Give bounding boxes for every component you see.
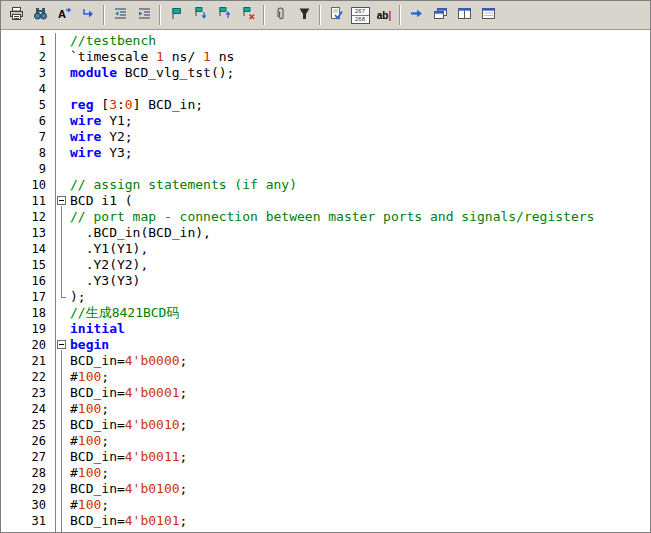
syntax-check-button[interactable]	[324, 4, 348, 27]
code-text[interactable]: BCD_in=4'b0011;	[70, 449, 187, 465]
fold-column	[56, 161, 70, 177]
previous-bookmark-button[interactable]	[212, 4, 236, 27]
code-text[interactable]: //生成8421BCD码	[70, 305, 179, 321]
window-new-button[interactable]	[476, 4, 500, 27]
window-cascade-button[interactable]	[428, 4, 452, 27]
code-line[interactable]: 20begin	[1, 337, 650, 353]
code-text[interactable]: // assign statements (if any)	[70, 177, 297, 193]
clear-bookmarks-button[interactable]	[236, 4, 260, 27]
code-line[interactable]: 23BCD_in=4'b0001;	[1, 385, 650, 401]
fold-guide-line	[56, 417, 70, 433]
outdent-button[interactable]	[108, 4, 132, 27]
autocomplete-button[interactable]: ab|	[372, 4, 396, 27]
code-line[interactable]: 17);	[1, 289, 650, 305]
code-line[interactable]: 9	[1, 161, 650, 177]
code-line[interactable]: 27BCD_in=4'b0011;	[1, 449, 650, 465]
replace-button[interactable]: A	[52, 4, 76, 27]
code-text[interactable]: #100;	[70, 465, 109, 481]
line-number: 16	[1, 273, 56, 289]
fold-collapse-box[interactable]	[56, 337, 70, 353]
code-text[interactable]: .BCD_in(BCD_in),	[70, 225, 211, 241]
toggle-bookmark-button[interactable]	[164, 4, 188, 27]
line-counter-button[interactable]: 267 268	[348, 4, 372, 27]
line-number: 1	[1, 33, 56, 49]
code-line[interactable]: 22#100;	[1, 369, 650, 385]
code-line[interactable]: 5reg [3:0] BCD_in;	[1, 97, 650, 113]
find-button[interactable]	[28, 4, 52, 27]
next-bookmark-button[interactable]	[188, 4, 212, 27]
code-text[interactable]: #100;	[70, 401, 109, 417]
code-text[interactable]: BCD_in=4'b0101;	[70, 513, 187, 529]
indent-button[interactable]	[132, 4, 156, 27]
forward-button[interactable]	[404, 4, 428, 27]
code-text[interactable]: .Y2(Y2),	[70, 257, 148, 273]
code-line[interactable]: 31BCD_in=4'b0101;	[1, 513, 650, 529]
line-number: 7	[1, 129, 56, 145]
code-text[interactable]: BCD_in=4'b0010;	[70, 417, 187, 433]
binoculars-icon	[33, 6, 48, 24]
code-text[interactable]: `timescale 1 ns/ 1 ns	[70, 49, 234, 65]
code-text[interactable]: wire Y1;	[70, 113, 133, 129]
code-text[interactable]: #100;	[70, 529, 109, 532]
goto-button[interactable]	[76, 4, 100, 27]
fill-button[interactable]	[292, 4, 316, 27]
code-line[interactable]: 4	[1, 81, 650, 97]
code-line[interactable]: 2`timescale 1 ns/ 1 ns	[1, 49, 650, 65]
code-text[interactable]: );	[70, 289, 86, 305]
code-line[interactable]: 30#100;	[1, 497, 650, 513]
code-text[interactable]: wire Y2;	[70, 129, 133, 145]
code-line[interactable]: 12// port map - connection between maste…	[1, 209, 650, 225]
code-editor[interactable]: 1//testbench2`timescale 1 ns/ 1 ns3modul…	[1, 30, 650, 532]
fold-minus-icon[interactable]	[57, 340, 66, 349]
code-text[interactable]: reg [3:0] BCD_in;	[70, 97, 203, 113]
code-text[interactable]: BCD_in=4'b0100;	[70, 481, 187, 497]
fold-guide-line	[56, 401, 70, 417]
fold-minus-icon[interactable]	[57, 196, 66, 205]
code-text[interactable]: #100;	[70, 369, 109, 385]
code-text[interactable]: BCD_in=4'b0001;	[70, 385, 187, 401]
code-line[interactable]: 19initial	[1, 321, 650, 337]
code-text[interactable]: BCD i1 (	[70, 193, 133, 209]
code-text[interactable]: module BCD_vlg_tst();	[70, 65, 234, 81]
code-text[interactable]: #100;	[70, 433, 109, 449]
code-text[interactable]: //testbench	[70, 33, 156, 49]
code-line[interactable]: 18//生成8421BCD码	[1, 305, 650, 321]
code-text[interactable]: initial	[70, 321, 125, 337]
code-line[interactable]: 24#100;	[1, 401, 650, 417]
code-text[interactable]: BCD_in=4'b0000;	[70, 353, 187, 369]
code-line[interactable]: 25BCD_in=4'b0010;	[1, 417, 650, 433]
printer-button[interactable]	[4, 4, 28, 27]
code-line[interactable]: 8wire Y3;	[1, 145, 650, 161]
code-text[interactable]: // port map - connection between master …	[70, 209, 594, 225]
code-line[interactable]: 1//testbench	[1, 33, 650, 49]
toolbar-separator	[319, 5, 321, 25]
fold-collapse-box[interactable]	[56, 193, 70, 209]
code-text[interactable]: .Y1(Y1),	[70, 241, 148, 257]
line-number: 6	[1, 113, 56, 129]
code-text[interactable]: wire Y3;	[70, 145, 133, 161]
code-text[interactable]: begin	[70, 337, 109, 353]
window-tile-button[interactable]	[452, 4, 476, 27]
code-line[interactable]: 13 .BCD_in(BCD_in),	[1, 225, 650, 241]
code-line[interactable]: 14 .Y1(Y1),	[1, 241, 650, 257]
code-text[interactable]: .Y3(Y3)	[70, 273, 140, 289]
attach-button[interactable]	[268, 4, 292, 27]
code-line[interactable]: 10// assign statements (if any)	[1, 177, 650, 193]
line-number: 27	[1, 449, 56, 465]
code-line[interactable]: 26#100;	[1, 433, 650, 449]
code-line[interactable]: 6wire Y1;	[1, 113, 650, 129]
code-line[interactable]: 11BCD i1 (	[1, 193, 650, 209]
code-line[interactable]: 15 .Y2(Y2),	[1, 257, 650, 273]
code-line[interactable]: 16 .Y3(Y3)	[1, 273, 650, 289]
code-line[interactable]: 7wire Y2;	[1, 129, 650, 145]
code-line[interactable]: 32#100;	[1, 529, 650, 532]
code-line[interactable]: 3module BCD_vlg_tst();	[1, 65, 650, 81]
code-text[interactable]: #100;	[70, 497, 109, 513]
code-line[interactable]: 29BCD_in=4'b0100;	[1, 481, 650, 497]
code-line[interactable]: 28#100;	[1, 465, 650, 481]
code-line[interactable]: 21BCD_in=4'b0000;	[1, 353, 650, 369]
line-number: 25	[1, 417, 56, 433]
line-number: 17	[1, 289, 56, 305]
flag-down-arrow-icon	[193, 6, 208, 24]
svg-text:A: A	[58, 8, 66, 20]
